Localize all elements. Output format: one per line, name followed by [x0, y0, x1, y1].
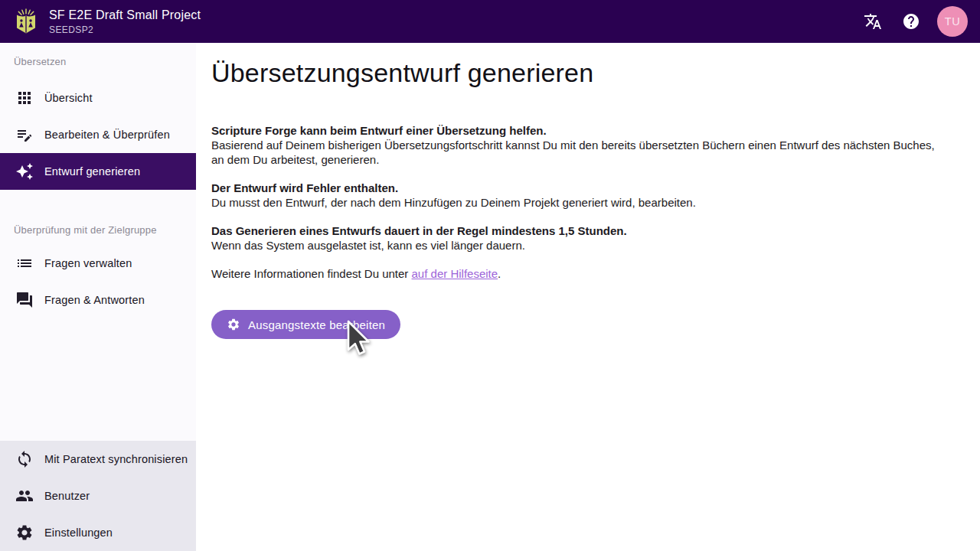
paragraph-text: Wenn das System ausgelastet ist, kann es… — [211, 239, 525, 252]
sidebar-item-label: Fragen & Antworten — [44, 294, 145, 306]
paragraph-draft-help: Scripture Forge kann beim Entwurf einer … — [211, 123, 937, 167]
auto-awesome-icon — [15, 162, 34, 181]
gear-icon — [227, 318, 240, 331]
sidebar-nav: Übersetzen Übersicht Bearbeiten & Überpr… — [0, 43, 196, 551]
people-icon — [15, 487, 34, 505]
language-menu-button[interactable] — [858, 6, 888, 37]
translate-icon — [864, 12, 882, 31]
help-line-suffix: . — [498, 267, 501, 280]
help-page-link[interactable]: auf der Hilfeseite — [412, 267, 498, 280]
sidebar-item-overview[interactable]: Übersicht — [0, 80, 196, 116]
scripture-forge-logo-icon — [14, 8, 38, 35]
help-icon — [902, 12, 920, 31]
sidebar-item-label: Mit Paratext synchronisieren — [44, 453, 188, 465]
sidebar-item-sync-paratext[interactable]: Mit Paratext synchronisieren — [0, 441, 196, 478]
user-avatar[interactable]: TU — [937, 6, 968, 37]
sync-icon — [15, 450, 34, 468]
apps-icon — [15, 89, 34, 107]
sidebar-item-generate-draft[interactable]: Entwurf generieren — [0, 153, 196, 190]
edit-note-icon — [15, 126, 34, 144]
sidebar-item-manage-questions[interactable]: Fragen verwalten — [0, 245, 196, 282]
sidebar-item-edit-review[interactable]: Bearbeiten & Überprüfen — [0, 116, 196, 153]
sidebar-item-label: Entwurf generieren — [44, 165, 140, 178]
configure-sources-button[interactable]: Ausgangstexte bearbeiten — [211, 310, 400, 339]
sidebar-item-label: Benutzer — [44, 490, 90, 502]
sidebar-item-settings[interactable]: Einstellungen — [0, 514, 196, 551]
main-content: Übersetzungsentwurf generieren Scripture… — [196, 43, 980, 551]
settings-icon — [15, 523, 34, 542]
sidebar-section-community-checking: Überprüfung mit der Zielgruppe — [0, 214, 196, 245]
paragraph-draft-duration: Das Generieren eines Entwurfs dauert in … — [211, 223, 937, 253]
sidebar-item-users[interactable]: Benutzer — [0, 478, 196, 514]
sidebar-section-translate: Übersetzen — [0, 43, 196, 80]
project-title: SF E2E Draft Small Project — [49, 8, 201, 22]
paragraph-bold: Der Entwurf wird Fehler enthalten. — [211, 181, 398, 194]
top-app-bar: SF E2E Draft Small Project SEEDSP2 TU — [0, 0, 980, 43]
sidebar-item-label: Fragen verwalten — [44, 257, 132, 269]
sidebar-item-label: Einstellungen — [44, 527, 113, 539]
avatar-initials: TU — [945, 15, 960, 28]
paragraph-text: Basierend auf Deinem bisherigen Übersetz… — [211, 139, 935, 166]
sidebar-item-label: Übersicht — [44, 92, 93, 104]
paragraph-draft-errors: Der Entwurf wird Fehler enthalten. Du mu… — [211, 181, 937, 210]
paragraph-more-info: Weitere Informationen findest Du unter a… — [211, 266, 937, 281]
app-window: SF E2E Draft Small Project SEEDSP2 TU Üb… — [0, 0, 980, 551]
paragraph-bold: Das Generieren eines Entwurfs dauert in … — [211, 224, 627, 237]
list-icon — [15, 254, 34, 272]
project-title-block: SF E2E Draft Small Project SEEDSP2 — [49, 8, 201, 35]
paragraph-text: Du musst den Entwurf, der nach dem Hinzu… — [211, 196, 696, 209]
page-title: Übersetzungsentwurf generieren — [211, 57, 937, 88]
sidebar-item-label: Bearbeiten & Überprüfen — [44, 129, 170, 141]
sidebar-footer: Mit Paratext synchronisieren Benutzer Ei… — [0, 441, 196, 551]
button-label: Ausgangstexte bearbeiten — [248, 318, 385, 331]
forum-icon — [15, 291, 34, 309]
sidebar-item-questions-answers[interactable]: Fragen & Antworten — [0, 282, 196, 318]
sidebar-spacer — [0, 318, 196, 441]
project-shortname: SEEDSP2 — [49, 24, 201, 35]
paragraph-bold: Scripture Forge kann beim Entwurf einer … — [211, 124, 547, 137]
help-line-prefix: Weitere Informationen findest Du unter — [211, 267, 412, 280]
help-button[interactable] — [896, 6, 926, 37]
